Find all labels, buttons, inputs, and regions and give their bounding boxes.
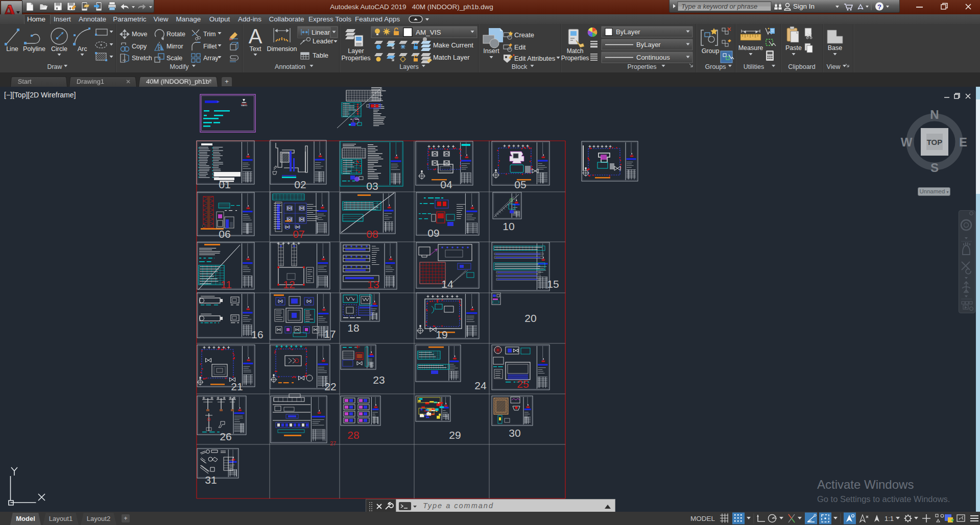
svg-text:Dimension: Dimension: [267, 45, 297, 53]
svg-text:Clipboard: Clipboard: [788, 63, 816, 70]
svg-text:Edit: Edit: [514, 43, 526, 51]
svg-text:21: 21: [231, 381, 243, 392]
svg-text:Edit Attributes: Edit Attributes: [514, 55, 556, 62]
svg-text:06: 06: [219, 228, 230, 240]
svg-text:31: 31: [205, 474, 217, 486]
svg-text:02: 02: [294, 179, 306, 190]
svg-text:01: 01: [219, 179, 230, 190]
svg-text:Group: Group: [702, 47, 720, 55]
svg-text:20: 20: [524, 312, 536, 324]
svg-text:Arc: Arc: [78, 45, 87, 53]
svg-text:ByLayer: ByLayer: [616, 28, 640, 36]
svg-text:[−][Top][2D Wireframe]: [−][Top][2D Wireframe]: [4, 91, 76, 99]
svg-text:Create: Create: [514, 31, 534, 39]
svg-text:Groups: Groups: [705, 63, 726, 70]
svg-text:Array: Array: [203, 55, 219, 62]
svg-text:05: 05: [514, 179, 526, 190]
svg-text:16: 16: [251, 329, 263, 340]
svg-text:29: 29: [449, 429, 461, 441]
svg-text:09: 09: [427, 227, 439, 239]
svg-text:28: 28: [347, 429, 359, 441]
svg-text:Polyline: Polyline: [23, 45, 45, 53]
svg-text:14: 14: [441, 278, 453, 290]
svg-text:Match Layer: Match Layer: [433, 54, 470, 61]
svg-text:Measure: Measure: [738, 44, 763, 52]
svg-text:Type a keyword or phrase: Type a keyword or phrase: [681, 3, 757, 10]
svg-text:11: 11: [221, 279, 232, 290]
svg-text:Paste: Paste: [785, 44, 802, 52]
svg-text:Layers: Layers: [399, 63, 419, 70]
svg-text:Layer: Layer: [348, 47, 364, 55]
svg-text:Modify: Modify: [170, 63, 189, 70]
svg-text:27: 27: [330, 440, 336, 446]
svg-text:Properties: Properties: [342, 55, 371, 62]
svg-text:?: ?: [877, 3, 881, 11]
svg-text:15: 15: [547, 278, 559, 290]
svg-text:Text: Text: [250, 45, 261, 53]
svg-text:1:1: 1:1: [885, 515, 894, 522]
svg-text:12: 12: [283, 279, 295, 290]
svg-text:Continuous: Continuous: [636, 54, 670, 61]
svg-text:13: 13: [367, 279, 379, 290]
svg-text:Sign In: Sign In: [793, 3, 815, 10]
svg-text:24: 24: [474, 380, 487, 391]
svg-text:Draw: Draw: [47, 63, 62, 70]
svg-text:View: View: [827, 63, 841, 70]
svg-text:Go to Settings to activate Win: Go to Settings to activate Windows.: [817, 494, 950, 504]
svg-text:Annotation: Annotation: [275, 63, 305, 70]
svg-text:Fillet: Fillet: [203, 43, 217, 50]
svg-text:Block: Block: [512, 63, 528, 70]
svg-text:Insert: Insert: [483, 47, 499, 55]
svg-text:Trim: Trim: [203, 31, 216, 38]
svg-text:04: 04: [440, 179, 452, 190]
svg-text:Move: Move: [132, 31, 148, 38]
svg-text:Scale: Scale: [166, 55, 182, 62]
svg-text:Activate Windows: Activate Windows: [817, 478, 914, 491]
svg-text:Properties: Properties: [628, 63, 657, 70]
svg-text:26: 26: [220, 431, 231, 442]
svg-text:AM_VIS: AM_VIS: [416, 29, 441, 36]
svg-text:07: 07: [293, 228, 304, 240]
svg-text:Table: Table: [313, 52, 328, 59]
svg-text:Properties: Properties: [561, 55, 589, 62]
svg-text:17: 17: [324, 328, 336, 340]
svg-text:Circle: Circle: [51, 45, 67, 53]
svg-text:22: 22: [324, 381, 336, 392]
svg-text:Copy: Copy: [132, 43, 147, 50]
svg-text:Utilities: Utilities: [744, 63, 764, 70]
svg-text:Mirror: Mirror: [166, 43, 183, 50]
svg-text:E: E: [959, 135, 967, 149]
svg-text:Linear: Linear: [312, 29, 330, 36]
svg-text:23: 23: [373, 374, 385, 386]
svg-text:Match: Match: [567, 47, 584, 55]
svg-text:N: N: [930, 110, 939, 121]
svg-text:Line: Line: [6, 45, 18, 53]
svg-text:WARD: WARD: [241, 104, 247, 107]
svg-text:08: 08: [366, 228, 378, 240]
svg-text:S: S: [930, 161, 939, 173]
svg-text:03: 03: [366, 180, 378, 192]
svg-text:A: A: [249, 25, 262, 47]
svg-text:19: 19: [436, 329, 447, 340]
svg-text:25: 25: [517, 378, 529, 390]
svg-text:Base: Base: [828, 44, 843, 52]
svg-text:30: 30: [509, 427, 520, 439]
svg-text:ByLayer: ByLayer: [636, 41, 661, 48]
svg-text:Leader: Leader: [313, 37, 333, 45]
svg-text:10: 10: [503, 220, 514, 232]
svg-text:TOP: TOP: [927, 138, 943, 146]
svg-text:Stretch: Stretch: [132, 55, 152, 62]
svg-text:W: W: [901, 135, 913, 149]
svg-text:Rotate: Rotate: [166, 31, 185, 38]
svg-text:Make Current: Make Current: [433, 41, 473, 49]
svg-text:18: 18: [347, 322, 359, 334]
